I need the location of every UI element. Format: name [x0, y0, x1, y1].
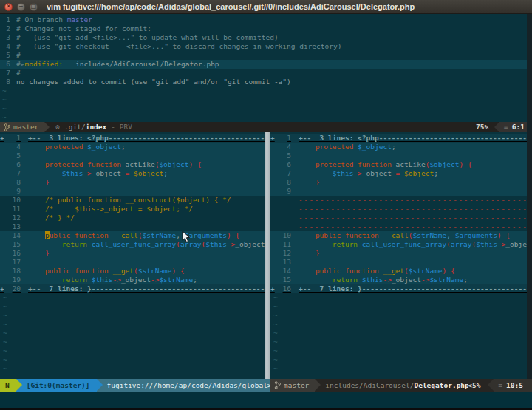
line-number: 2 [0, 24, 10, 33]
cursor-position: 10:5 [506, 379, 523, 392]
right-code-line-6[interactable]: 6 protected function actLike($object) { [270, 160, 527, 169]
branch-name: master [284, 379, 309, 392]
minimize-button[interactable]: ─ [17, 3, 25, 11]
right-code-line-12[interactable]: 12 } [270, 249, 527, 258]
right-code-line-9[interactable]: 9 [270, 187, 527, 196]
left-code-line-18[interactable]: 18 public function __get($strName) { [0, 267, 265, 276]
maximize-button[interactable]: □ [30, 3, 38, 11]
status-line-5[interactable]: 5# [0, 51, 532, 60]
left-code-line-13[interactable]: 13 [0, 222, 265, 231]
right-fold-line-16[interactable]: +16+-- 7 lines: }-----------------------… [270, 284, 527, 293]
empty-line-tilde: ~ [0, 338, 265, 346]
right-code-line-8[interactable]: 8 } [270, 178, 527, 187]
vim-window: ✕ ─ □ vim fugitive:///home/ap/code/Adida… [0, 0, 532, 410]
empty-line-tilde: ~ [0, 293, 265, 302]
branch-segment: master [0, 122, 44, 132]
status-line-6[interactable]: 6#▸modified: includes/AdiCarousel/Delega… [0, 60, 532, 69]
empty-line-tilde: ~ [270, 338, 527, 346]
cursor-position-segment: ≡ 10:5 [494, 379, 532, 392]
line-number: 14 [6, 231, 21, 240]
line-number: 4 [6, 143, 21, 151]
empty-line-tilde: ~ [0, 346, 265, 355]
right-code-line-14[interactable]: 14 public function __get($strName) { [270, 267, 527, 276]
empty-line-tilde: ~ [270, 329, 527, 338]
line-number: 15 [6, 240, 21, 249]
fold-column-plus[interactable]: + [0, 284, 6, 293]
right-code-line-11[interactable]: 11 return call_user_func_array(array($th… [270, 240, 527, 249]
buffer-path-segment: fugitive:///home/ap/code/Adidas/global> [97, 379, 270, 392]
scroll-percent: 75% [476, 122, 488, 132]
empty-line-tilde: ~ [0, 320, 265, 329]
scroll-percent: <5% [468, 379, 483, 392]
status-line-2[interactable]: 2# Changes not staged for commit: [0, 24, 532, 33]
fold-column-plus[interactable]: + [270, 134, 276, 143]
line-number: 15 [276, 276, 291, 284]
fold-column-plus[interactable]: + [0, 134, 6, 143]
right-code-line-5[interactable]: 5 [270, 151, 527, 160]
buffer-path: .git/ [64, 122, 86, 132]
file-path: includes/AdiCarousel/Delegator.php [325, 379, 468, 392]
line-number: 17 [6, 258, 21, 267]
right-diff-filler-line: ----------------------------------------… [270, 213, 527, 222]
line-number: 7 [0, 69, 10, 78]
left-code-line-4[interactable]: 4 protected $_object; [0, 143, 265, 151]
line-number: 4 [0, 42, 10, 51]
right-code-line-4[interactable]: 4 protected $_object; [270, 143, 527, 151]
left-code-line-6[interactable]: 6 protected function actLike($object) { [0, 160, 265, 169]
git-status-buffer[interactable]: 1# On branch master2# Changes not staged… [0, 14, 532, 122]
line-number: 7 [6, 169, 21, 178]
line-number: 6 [0, 60, 10, 69]
left-code-line-14[interactable]: 14 public function __call($strName, $arg… [0, 231, 265, 240]
statusline-inactive-window: master includes/AdiCarousel/Delegator.ph… [270, 379, 532, 392]
branch-segment: master [270, 379, 315, 392]
close-button[interactable]: ✕ [4, 3, 13, 11]
left-code-line-7[interactable]: 7 $this->_object = $object; [0, 169, 265, 178]
line-number: 10 [276, 231, 291, 240]
left-fold-line-1[interactable]: +1+-- 3 lines: <?php--------------------… [0, 134, 265, 143]
line-number: 13 [6, 222, 21, 231]
left-pane-scrollbar[interactable] [265, 132, 270, 379]
status-line-7[interactable]: 7# [0, 69, 532, 78]
fold-column-plus[interactable]: + [270, 284, 276, 293]
left-code-line-15[interactable]: 15 return call_user_func_array(array($th… [0, 240, 265, 249]
status-line-3[interactable]: 3# (use "git add <file>..." to update wh… [0, 33, 532, 42]
status-line-1[interactable]: 1# On branch master [0, 16, 532, 24]
command-line[interactable] [0, 392, 532, 410]
left-code-line-10[interactable]: 10 /* public function __construct($objec… [0, 196, 265, 205]
status-line-4[interactable]: 4# (use "git checkout -- <file>..." to d… [0, 42, 532, 51]
line-number: 4 [276, 143, 291, 151]
line-number: 16 [6, 249, 21, 258]
left-code-line-19[interactable]: 19 return $this->_object->$strName; [0, 276, 265, 284]
line-number: 13 [276, 258, 291, 267]
right-code-line-13[interactable]: 13 [270, 258, 527, 267]
left-code-line-8[interactable]: 8 } [0, 178, 265, 187]
left-code-line-12[interactable]: 12 /* } */ [0, 213, 265, 222]
powerline-separator [494, 122, 499, 132]
status-line-8[interactable]: 8no changes added to commit (use "git ad… [0, 78, 532, 86]
left-fold-line-20[interactable]: +20+-- 7 lines: }-----------------------… [0, 284, 265, 293]
line-number: 5 [6, 151, 21, 160]
left-code-line-5[interactable]: 5 [0, 151, 265, 160]
line-number: 6 [6, 160, 21, 169]
empty-line-tilde: ~ [0, 302, 265, 311]
right-fold-line-1[interactable]: +1+-- 3 lines: <?php--------------------… [270, 134, 527, 143]
empty-line-tilde: ~ [0, 86, 532, 95]
diff-pane-working-tree[interactable]: +1+-- 3 lines: <?php--------------------… [270, 132, 527, 379]
left-code-line-11[interactable]: 11 /* $this->_object = $object; */ [0, 205, 265, 213]
git-info-segment: [Git:0(master)] [16, 379, 97, 392]
left-code-line-17[interactable]: 17 [0, 258, 265, 267]
diff-area: +1+-- 3 lines: <?php--------------------… [0, 132, 532, 379]
empty-line-tilde: ~ [270, 293, 527, 302]
right-window-scrollbar[interactable] [527, 14, 532, 379]
right-code-line-15[interactable]: 15 return $this->_object->$strName; [270, 276, 527, 284]
branch-name: master [13, 122, 38, 132]
left-code-line-9[interactable]: 9 [0, 187, 265, 196]
line-number: 16 [276, 284, 291, 293]
left-code-line-16[interactable]: 16 } [0, 249, 265, 258]
right-code-line-7[interactable]: 7 $this->_object = $object; [270, 169, 527, 178]
line-number: 9 [6, 187, 21, 196]
right-code-line-10[interactable]: 10 public function __call($strName, $arg… [270, 231, 527, 240]
buffer-icon: ⊙ [55, 122, 60, 132]
diff-pane-index[interactable]: +1+-- 3 lines: <?php--------------------… [0, 132, 265, 379]
empty-line-tilde: ~ [270, 320, 527, 329]
